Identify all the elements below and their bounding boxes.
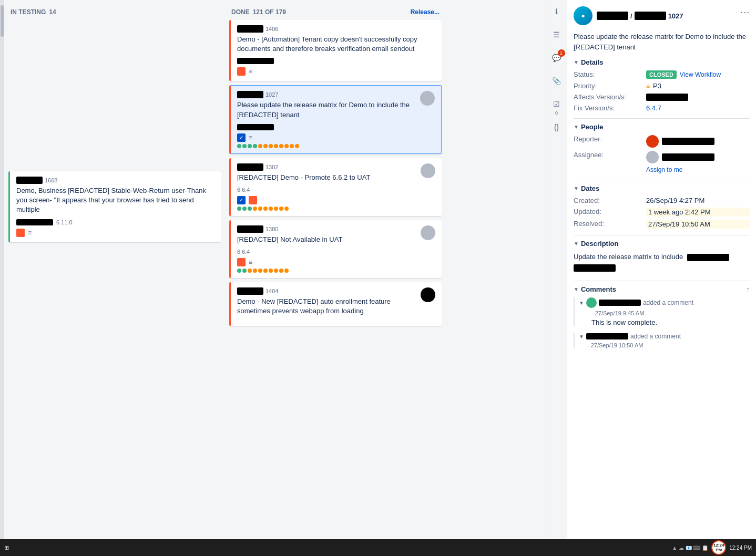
scroll-thumb bbox=[1, 5, 4, 37]
comment-avatar-1 bbox=[586, 297, 597, 308]
avatar-1404 bbox=[421, 287, 435, 302]
taskbar-time-display: 12:24 PM bbox=[729, 545, 752, 551]
scroll-bar[interactable] bbox=[0, 0, 4, 539]
panel-title-area: / 1027 bbox=[597, 12, 683, 20]
priority-text: P3 bbox=[653, 82, 661, 90]
section-details-label: Details bbox=[581, 58, 604, 66]
card-title-1302: [REDACTED] Demo - Promote 6.6.2 to UAT bbox=[237, 173, 416, 182]
checkbox-icon-btn[interactable]: ☑ 0 bbox=[549, 97, 564, 111]
panel-header: ● / 1027 ⋯ bbox=[574, 6, 750, 25]
fire-icon-1302 bbox=[249, 196, 257, 204]
card-id-prefix-1404 bbox=[237, 287, 263, 295]
comment-expand-1[interactable]: ▼ bbox=[579, 300, 584, 306]
section-details-toggle[interactable]: ▼ Details bbox=[574, 58, 750, 66]
desc-black-1 bbox=[687, 254, 729, 261]
card-tag-1406 bbox=[237, 58, 274, 64]
panel-issue-description: Please update the release matrix for Dem… bbox=[574, 32, 750, 52]
section-people-toggle[interactable]: ▼ People bbox=[574, 123, 750, 131]
card-id-1404: 1404 bbox=[237, 287, 416, 295]
created-value: 26/Sep/19 4:27 PM bbox=[646, 197, 750, 204]
card-1404[interactable]: 1404 Demo - New [REDACTED] auto enrollme… bbox=[229, 282, 442, 325]
card-1302[interactable]: 1302 [REDACTED] Demo - Promote 6.6.2 to … bbox=[229, 158, 442, 216]
column-label-done: DONE bbox=[231, 8, 250, 16]
card-meta-1406 bbox=[237, 58, 435, 64]
chevron-details: ▼ bbox=[574, 59, 579, 65]
view-workflow-link[interactable]: View Workflow bbox=[680, 71, 721, 78]
section-dates-toggle[interactable]: ▼ Dates bbox=[574, 184, 750, 192]
fix-version-value[interactable]: 6.4.7 bbox=[646, 104, 750, 112]
card-number-1380: 1380 bbox=[265, 226, 278, 232]
chevron-dates: ▼ bbox=[574, 186, 579, 191]
comment-action-2: added a comment bbox=[630, 333, 681, 340]
priority-icon-1668 bbox=[16, 229, 25, 237]
affects-version-pill bbox=[646, 94, 688, 101]
detail-panel: ℹ ☰ 💬 2 📎 ☑ 0 {} ● bbox=[546, 0, 756, 539]
assign-to-me-link[interactable]: Assign to me bbox=[646, 166, 682, 173]
comment-action-1: added a comment bbox=[643, 299, 693, 306]
desc-text-1: Update the release matrix to include bbox=[574, 253, 683, 261]
card-1027[interactable]: 1027 Please update the release matrix fo… bbox=[229, 85, 442, 153]
chevron-comments: ▼ bbox=[574, 286, 579, 292]
avatar-1027 bbox=[420, 91, 435, 106]
main-area: IN TESTING 14 1668 Demo, Business [REDAC… bbox=[0, 0, 756, 539]
divider-1 bbox=[574, 118, 750, 119]
taskbar: ⊞ ▲ ☁ 📧 ⌨ 📋 12:24 PM 12:24 PM bbox=[0, 539, 756, 556]
info-icon-btn[interactable]: ℹ bbox=[549, 4, 564, 19]
card-footer-1668: ≡ bbox=[16, 229, 214, 237]
progress-1027 bbox=[237, 144, 435, 148]
people-grid: Reporter: Assignee: Assign to me bbox=[574, 135, 750, 173]
card-footer-1302: ✓ bbox=[237, 196, 416, 204]
card-version-1668: 6.11.0 bbox=[56, 219, 73, 225]
card-id-1027: 1027 bbox=[237, 91, 416, 98]
paperclip-icon-btn[interactable]: 📎 bbox=[549, 74, 564, 88]
status-label: Status: bbox=[574, 70, 642, 79]
card-1406[interactable]: 1406 Demo - [Automation] Tenant copy doe… bbox=[229, 20, 442, 81]
panel-separator: / bbox=[630, 12, 632, 20]
card-id-1406: 1406 bbox=[237, 25, 435, 33]
comment-item-2: ▼ added a comment - 27/Sep/19 10:50 AM bbox=[574, 333, 750, 348]
lines-icon-1406: ≡ bbox=[249, 68, 252, 75]
status-value: CLOSED View Workflow bbox=[646, 70, 750, 79]
card-id-prefix-1027 bbox=[237, 91, 263, 98]
card-1668[interactable]: 1668 Demo, Business [REDACTED] Stable-We… bbox=[8, 171, 221, 242]
comment-expand-2[interactable]: ▼ bbox=[579, 334, 584, 339]
filter-icon-btn[interactable]: ☰ bbox=[549, 27, 564, 42]
assignee-label: Assignee: bbox=[574, 151, 642, 173]
card-meta-1027 bbox=[237, 124, 416, 130]
code-icon-btn[interactable]: {} bbox=[549, 120, 564, 135]
section-comments-toggle[interactable]: ▼ Comments bbox=[574, 285, 616, 293]
more-options-button[interactable]: ⋯ bbox=[740, 6, 750, 18]
card-id-prefix-1380 bbox=[237, 225, 263, 233]
card-id-prefix-1406 bbox=[237, 25, 263, 33]
chevron-people: ▼ bbox=[574, 124, 579, 130]
card-id-1668: 1668 bbox=[16, 177, 214, 184]
release-button[interactable]: Release... bbox=[411, 8, 440, 16]
comment-header-1: ▼ added a comment bbox=[579, 297, 750, 308]
scroll-to-top-icon[interactable]: ↑ bbox=[747, 285, 750, 293]
created-label: Created: bbox=[574, 197, 642, 204]
kanban-board: IN TESTING 14 1668 Demo, Business [REDAC… bbox=[0, 0, 546, 539]
card-meta-1302: 6.6.4 bbox=[237, 187, 416, 193]
taskbar-clock[interactable]: 12:24 PM bbox=[711, 540, 726, 555]
avatar-1302 bbox=[421, 163, 435, 178]
panel-main-content: ● / 1027 ⋯ Please update the release mat… bbox=[567, 0, 756, 539]
taskbar-right: ▲ ☁ 📧 ⌨ 📋 12:24 PM 12:24 PM bbox=[672, 540, 752, 555]
assignee-area: Assign to me bbox=[646, 151, 750, 173]
card-number-1027: 1027 bbox=[265, 91, 278, 98]
panel-sidebar: ℹ ☰ 💬 2 📎 ☑ 0 {} bbox=[546, 0, 567, 539]
card-tag-1668 bbox=[16, 219, 53, 225]
priority-icon-panel: ≡ bbox=[646, 83, 650, 90]
taskbar-start[interactable]: ⊞ bbox=[4, 544, 9, 551]
section-description-toggle[interactable]: ▼ Description bbox=[574, 240, 750, 248]
assignee-name bbox=[662, 153, 714, 161]
details-grid: Status: CLOSED View Workflow Priority: ≡… bbox=[574, 70, 750, 112]
card-meta-1380: 6.6.4 bbox=[237, 249, 416, 255]
assignee-avatar bbox=[646, 151, 659, 163]
card-1380[interactable]: 1380 [REDACTED] Not Available in UAT 6.6… bbox=[229, 220, 442, 278]
dates-grid: Created: 26/Sep/19 4:27 PM Updated: 1 we… bbox=[574, 197, 750, 229]
comment-item-1: ▼ added a comment - 27/Sep/19 9:45 AM Th… bbox=[574, 297, 750, 326]
column-done: DONE 121 OF 179 Release... 1406 Demo - [… bbox=[225, 0, 446, 539]
taskbar-icons-group: ▲ ☁ 📧 ⌨ 📋 bbox=[672, 545, 708, 551]
chat-icon-btn[interactable]: 💬 2 bbox=[549, 50, 564, 65]
priority-icon-1380 bbox=[237, 258, 246, 266]
